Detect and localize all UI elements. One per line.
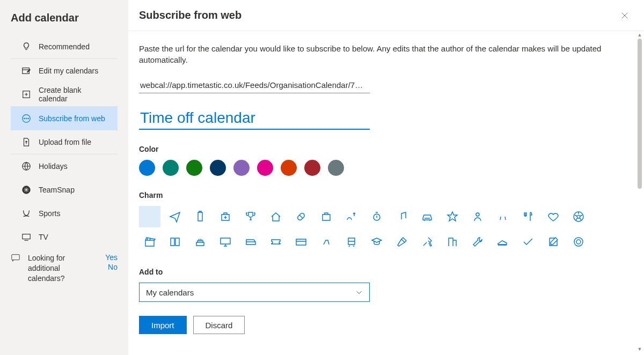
svg-rect-9 bbox=[12, 255, 19, 260]
charm-hammer[interactable] bbox=[391, 231, 413, 253]
color-swatch-5[interactable] bbox=[257, 160, 273, 176]
color-swatch-0[interactable] bbox=[139, 160, 155, 176]
discard-button[interactable]: Discard bbox=[193, 316, 245, 334]
color-section-label: Color bbox=[139, 145, 633, 153]
svg-point-5 bbox=[28, 118, 29, 119]
color-swatch-2[interactable] bbox=[186, 160, 202, 176]
calendar-name-input[interactable] bbox=[139, 104, 370, 130]
sidebar-item-label: Create blank calendar bbox=[39, 86, 107, 103]
charm-ticket[interactable] bbox=[265, 231, 287, 253]
sidebar-item-upload[interactable]: Upload from file bbox=[11, 130, 118, 154]
close-button[interactable] bbox=[616, 7, 633, 24]
charm-book[interactable] bbox=[164, 231, 186, 253]
scroll-down-arrow[interactable]: ▼ bbox=[635, 345, 644, 353]
sidebar-item-create[interactable]: Create blank calendar bbox=[11, 83, 118, 106]
sports-icon bbox=[21, 209, 31, 218]
charm-none[interactable] bbox=[139, 206, 160, 227]
charm-heart[interactable] bbox=[543, 206, 564, 227]
feedback-text: Looking for additional calendars? bbox=[28, 253, 98, 284]
charm-bus[interactable] bbox=[240, 231, 261, 253]
charm-cake[interactable] bbox=[189, 231, 211, 253]
main-header: Subscribe from web bbox=[128, 0, 644, 31]
charm-clipboard[interactable] bbox=[189, 206, 211, 227]
sidebar: Add calendar RecommendedEdit my calendar… bbox=[0, 0, 128, 355]
sidebar-item-tv[interactable]: TV bbox=[11, 225, 118, 249]
charm-card[interactable] bbox=[290, 231, 312, 253]
color-row bbox=[139, 160, 633, 176]
charm-plane[interactable] bbox=[164, 206, 186, 227]
sidebar-item-label: Sports bbox=[39, 209, 60, 218]
addto-select[interactable]: My calendars bbox=[139, 283, 370, 302]
charm-briefcase[interactable] bbox=[316, 206, 337, 227]
sidebar-item-holidays[interactable]: Holidays bbox=[11, 154, 118, 178]
sidebar-item-subscribe[interactable]: Subscribe from web bbox=[11, 107, 118, 130]
addto-value: My calendars bbox=[146, 288, 194, 297]
sidebar-item-edit[interactable]: Edit my calendars bbox=[11, 59, 118, 83]
charm-bike[interactable] bbox=[316, 231, 337, 253]
feedback-yes-link[interactable]: Yes bbox=[105, 253, 118, 262]
charm-medkit[interactable] bbox=[215, 206, 236, 227]
charm-graduation[interactable] bbox=[366, 231, 387, 253]
main-title: Subscribe from web bbox=[139, 9, 241, 21]
color-swatch-8[interactable] bbox=[328, 160, 344, 176]
color-swatch-3[interactable] bbox=[210, 160, 226, 176]
main-body: Paste the url for the calendar you would… bbox=[128, 31, 644, 355]
svg-point-3 bbox=[24, 118, 25, 119]
svg-point-4 bbox=[26, 118, 27, 119]
charm-compose[interactable] bbox=[543, 231, 564, 253]
color-swatch-7[interactable] bbox=[304, 160, 320, 176]
charm-building[interactable] bbox=[442, 231, 463, 253]
sidebar-item-label: Upload from file bbox=[39, 138, 91, 146]
svg-rect-8 bbox=[23, 234, 30, 239]
teamsnap-icon bbox=[21, 185, 31, 195]
charm-section-label: Charm bbox=[139, 191, 633, 199]
sidebar-item-sports[interactable]: Sports bbox=[11, 202, 118, 225]
sidebar-item-teamsnap[interactable]: TeamSnap bbox=[11, 178, 118, 202]
color-swatch-6[interactable] bbox=[281, 160, 297, 176]
charm-wrench[interactable] bbox=[467, 231, 488, 253]
color-swatch-4[interactable] bbox=[233, 160, 250, 176]
button-row: Import Discard bbox=[139, 316, 633, 334]
sidebar-item-label: Holidays bbox=[39, 162, 68, 171]
sidebar-item-label: Subscribe from web bbox=[39, 114, 105, 123]
charm-utensils[interactable] bbox=[517, 206, 539, 227]
charm-clapper[interactable] bbox=[139, 231, 160, 253]
sidebar-item-label: Recommended bbox=[39, 42, 90, 51]
sidebar-item-recommended[interactable]: Recommended bbox=[11, 35, 118, 58]
charm-grid bbox=[139, 206, 633, 253]
charm-people[interactable] bbox=[341, 206, 362, 227]
tv-icon bbox=[21, 232, 31, 242]
main-panel: Subscribe from web Paste the url for the… bbox=[128, 0, 644, 355]
sidebar-item-label: Edit my calendars bbox=[39, 66, 98, 75]
charm-car[interactable] bbox=[416, 206, 438, 227]
charm-pill[interactable] bbox=[290, 206, 312, 227]
charm-check[interactable] bbox=[517, 231, 539, 253]
scrollbar[interactable]: ▲ ▼ bbox=[635, 31, 644, 353]
sidebar-title: Add calendar bbox=[0, 8, 128, 35]
subscribe-icon bbox=[21, 114, 31, 123]
charm-stopwatch[interactable] bbox=[366, 206, 387, 227]
feedback-no-link[interactable]: No bbox=[108, 263, 118, 271]
charm-tools[interactable] bbox=[416, 231, 438, 253]
scroll-thumb[interactable] bbox=[638, 39, 642, 189]
globe-icon bbox=[21, 161, 31, 171]
charm-soccer[interactable] bbox=[568, 206, 589, 227]
charm-shoe[interactable] bbox=[492, 231, 514, 253]
scroll-up-arrow[interactable]: ▲ bbox=[635, 31, 644, 39]
charm-target[interactable] bbox=[568, 231, 589, 253]
charm-trophy[interactable] bbox=[240, 206, 261, 227]
charm-home[interactable] bbox=[265, 206, 287, 227]
charm-monitor[interactable] bbox=[215, 231, 236, 253]
scroll-track[interactable] bbox=[635, 39, 644, 345]
feedback-row: Looking for additional calendars? Yes No bbox=[0, 249, 128, 284]
chevron-down-icon bbox=[355, 289, 363, 296]
color-swatch-1[interactable] bbox=[163, 160, 179, 176]
charm-person[interactable] bbox=[467, 206, 488, 227]
charm-music[interactable] bbox=[391, 206, 413, 227]
charm-train[interactable] bbox=[341, 231, 362, 253]
sidebar-item-label: TV bbox=[39, 233, 48, 241]
import-button[interactable]: Import bbox=[139, 316, 187, 334]
charm-star[interactable] bbox=[442, 206, 463, 227]
url-input[interactable] bbox=[139, 78, 370, 93]
charm-balloons[interactable] bbox=[492, 206, 514, 227]
